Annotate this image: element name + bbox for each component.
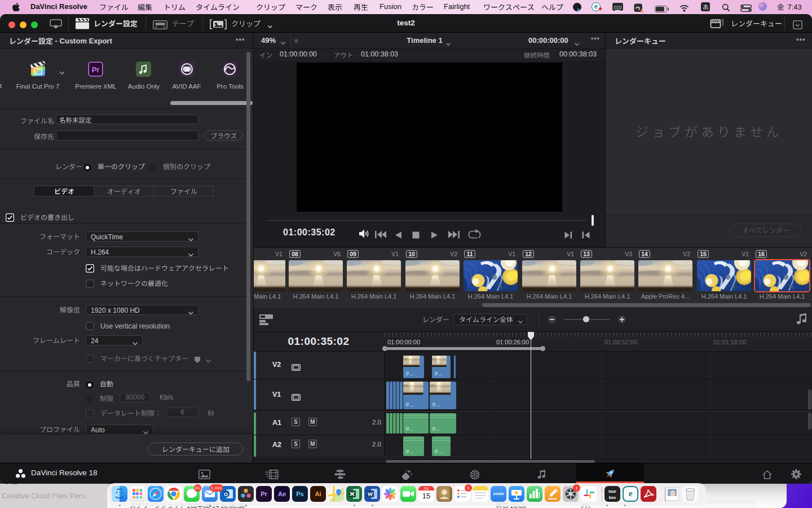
svg-text:Pr: Pr xyxy=(92,65,100,74)
svg-text:O: O xyxy=(224,492,228,497)
